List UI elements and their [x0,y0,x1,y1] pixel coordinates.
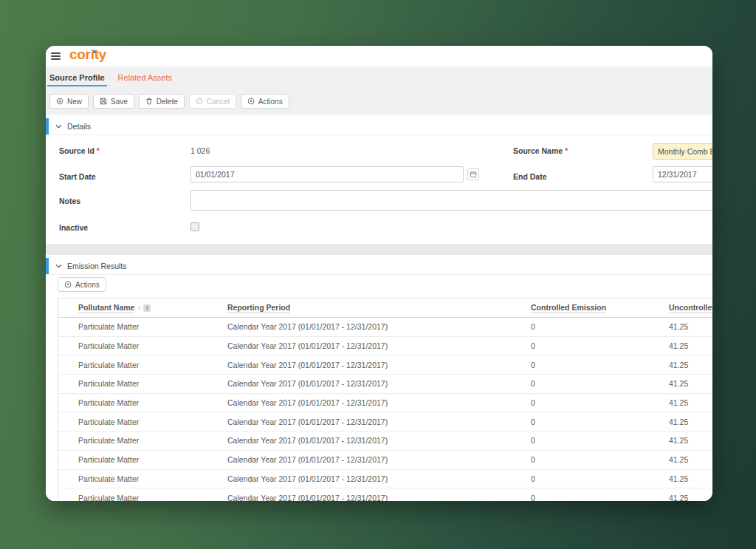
tab-bar: Source Profile Related Assets [46,67,712,89]
new-button[interactable]: New [49,94,89,109]
cell-uncontrolled-emission: 41.25 [669,432,688,450]
cell-pollutant-name: Particulate Matter [78,355,139,374]
cell-controlled-emission: 0 [531,451,535,469]
table-row[interactable]: Particulate Matter Calendar Year 2017 (0… [58,432,712,451]
cell-uncontrolled-emission: 41.25 [669,470,688,488]
cell-pollutant-name: Particulate Matter [78,451,139,469]
required-marker: * [97,146,100,155]
cell-pollutant-name: Particulate Matter [78,488,139,501]
cell-pollutant-name: Particulate Matter [78,318,139,336]
cell-reporting-period: Calendar Year 2017 (01/01/2017 - 12/31/2… [227,318,388,336]
emission-results-section: Emission Results Actions Pollutant Name … [46,255,712,501]
section-accent-bar [46,258,49,274]
cell-uncontrolled-emission: 41.25 [669,488,688,501]
column-header-reporting-period[interactable]: Reporting Period [227,299,290,317]
save-button[interactable]: Save [93,94,134,109]
main-toolbar: New Save Delete Cancel Actions [46,89,712,115]
tab-label: Source Profile [49,73,105,82]
app-header: cority [46,46,712,67]
details-section-header[interactable]: Details [46,118,712,135]
cell-uncontrolled-emission: 41.25 [669,394,688,412]
cell-uncontrolled-emission: 41.25 [669,375,688,393]
delete-button[interactable]: Delete [139,94,185,109]
notes-input[interactable] [190,190,712,211]
actions-button-label: Actions [258,98,283,106]
end-date-label: End Date [513,172,547,181]
cell-reporting-period: Calendar Year 2017 (01/01/2017 - 12/31/2… [227,488,388,501]
actions-icon [247,98,255,105]
table-body: Particulate Matter Calendar Year 2017 (0… [58,318,712,501]
new-button-label: New [67,98,82,106]
table-row[interactable]: Particulate Matter Calendar Year 2017 (0… [58,355,712,375]
section-accent-bar [46,118,49,134]
start-date-input[interactable] [190,166,464,183]
cell-controlled-emission: 0 [531,432,535,450]
table-row[interactable]: Particulate Matter Calendar Year 2017 (0… [58,412,712,432]
source-name-label: Source Name* [513,146,568,155]
emission-section-header[interactable]: Emission Results [46,258,712,275]
cell-pollutant-name: Particulate Matter [78,394,139,412]
table-row[interactable]: Particulate Matter Calendar Year 2017 (0… [58,337,712,356]
section-divider [46,244,712,255]
column-header-controlled-emission[interactable]: Controlled Emission [531,299,606,317]
column-header-uncontrolled-emission[interactable]: Uncontrolled Em [669,299,712,317]
cell-pollutant-name: Particulate Matter [78,432,139,450]
tab-related-assets[interactable]: Related Assets [116,67,174,89]
cell-reporting-period: Calendar Year 2017 (01/01/2017 - 12/31/2… [227,337,388,355]
app-window: cority Source Profile Related Assets New… [46,46,712,501]
new-icon [56,98,63,105]
cell-controlled-emission: 0 [531,394,535,412]
cell-controlled-emission: 0 [531,412,535,431]
cell-controlled-emission: 0 [531,318,535,336]
table-row[interactable]: Particulate Matter Calendar Year 2017 (0… [58,375,712,394]
source-id-label: Source Id* [59,146,100,155]
section-title: Emission Results [67,262,127,270]
section-title: Details [67,122,91,131]
details-section: Details Source Id* 1 026 Source Name* St… [46,115,712,244]
cell-reporting-period: Calendar Year 2017 (01/01/2017 - 12/31/2… [227,355,388,374]
cell-uncontrolled-emission: 41.25 [669,337,688,355]
menu-icon[interactable] [51,52,61,61]
end-date-input[interactable] [653,166,712,183]
cell-uncontrolled-emission: 41.25 [669,412,688,431]
save-icon [100,98,107,105]
table-row[interactable]: Particulate Matter Calendar Year 2017 (0… [58,451,712,470]
actions-button[interactable]: Actions [241,94,289,109]
source-name-input[interactable] [653,143,712,160]
table-row[interactable]: Particulate Matter Calendar Year 2017 (0… [58,318,712,337]
cell-controlled-emission: 0 [531,355,535,374]
cancel-button[interactable]: Cancel [189,94,236,109]
start-date-label: Start Date [59,172,96,181]
cell-uncontrolled-emission: 41.25 [669,318,688,336]
cell-controlled-emission: 0 [531,488,535,501]
active-tab-underline [47,85,107,86]
save-button-label: Save [111,98,128,106]
cell-pollutant-name: Particulate Matter [78,412,139,431]
column-header-pollutant-name[interactable]: Pollutant Name ↑ 1 [78,299,151,317]
trash-icon [145,98,153,105]
tab-source-profile[interactable]: Source Profile [47,67,107,89]
cell-pollutant-name: Particulate Matter [78,375,139,393]
table-row[interactable]: Particulate Matter Calendar Year 2017 (0… [58,394,712,413]
sort-order-badge: 1 [143,304,151,312]
grid-actions-button[interactable]: Actions [58,277,106,292]
chevron-down-icon [55,263,62,269]
emission-results-table: Pollutant Name ↑ 1 Reporting Period Cont… [58,298,712,501]
grid-actions-label: Actions [75,281,100,289]
logo-i-dot [93,50,97,54]
table-row[interactable]: Particulate Matter Calendar Year 2017 (0… [58,488,712,501]
required-marker: * [565,146,568,155]
cell-reporting-period: Calendar Year 2017 (01/01/2017 - 12/31/2… [227,470,388,488]
delete-button-label: Delete [157,98,178,106]
table-header-row: Pollutant Name ↑ 1 Reporting Period Cont… [58,298,712,318]
inactive-checkbox[interactable] [190,222,199,231]
notes-label: Notes [59,197,80,205]
source-id-value: 1 026 [190,146,210,155]
cancel-icon [196,98,203,105]
cell-reporting-period: Calendar Year 2017 (01/01/2017 - 12/31/2… [227,451,388,469]
cell-reporting-period: Calendar Year 2017 (01/01/2017 - 12/31/2… [227,432,388,450]
calendar-button[interactable] [467,168,479,180]
table-row[interactable]: Particulate Matter Calendar Year 2017 (0… [58,470,712,489]
logo-text: cority [69,47,106,62]
calendar-icon [470,171,477,178]
